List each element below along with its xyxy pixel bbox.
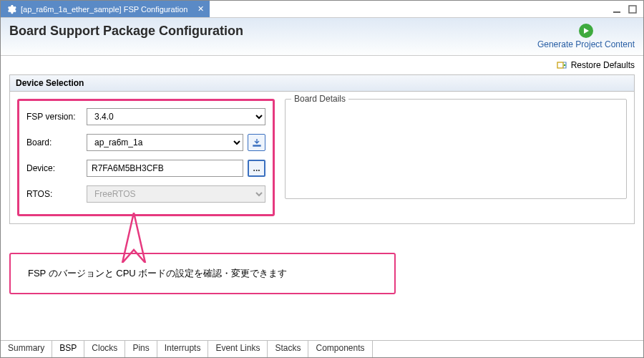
editor-tab-title: [ap_ra6m_1a_ether_sample] FSP Configurat… [21,5,187,14]
maximize-icon[interactable] [628,4,638,14]
play-icon [579,24,593,38]
svg-rect-1 [629,6,636,13]
fsp-version-label: FSP version: [26,112,87,122]
toolbar: Restore Defaults [1,56,643,74]
callout-text: FSP のバージョンと CPU ボードの設定を確認・変更できます [9,253,396,294]
minimize-icon[interactable] [612,4,622,14]
import-icon [252,137,262,147]
device-label: Device: [26,163,87,173]
bottom-tab-interrupts[interactable]: Interrupts [157,341,209,357]
bottom-tab-components[interactable]: Components [308,341,372,357]
close-icon[interactable]: ✕ [197,4,204,14]
restore-defaults-button[interactable]: Restore Defaults [557,60,635,70]
ellipsis-icon: ... [253,163,260,173]
fsp-version-row: FSP version: 3.4.0 [26,108,265,125]
callout: FSP のバージョンと CPU ボードの設定を確認・変更できます [9,253,635,294]
generate-label: Generate Project Content [537,39,635,49]
editor-tabbar: [ap_ra6m_1a_ether_sample] FSP Configurat… [1,1,643,18]
rtos-row: RTOS: FreeRTOS [26,185,265,203]
page-title: Board Support Package Configuration [9,24,243,39]
svg-point-3 [563,64,565,67]
app-window: [ap_ra6m_1a_ether_sample] FSP Configurat… [0,0,644,358]
page-header: Board Support Package Configuration Gene… [1,18,643,56]
form-highlight-box: FSP version: 3.4.0 Board: ap_ra6m_1a [17,99,275,216]
bottom-tab-event-links[interactable]: Event Links [208,341,268,357]
board-details-panel: Board Details [285,99,627,199]
rtos-select: FreeRTOS [87,185,265,203]
bottom-tabbar: SummaryBSPClocksPinsInterruptsEvent Link… [1,340,643,357]
content-area: Device Selection FSP version: 3.4.0 Boar… [1,74,643,340]
device-browse-button[interactable]: ... [248,160,265,177]
svg-rect-0 [613,11,620,13]
window-icons [612,4,643,14]
restore-defaults-label: Restore Defaults [571,60,635,70]
restore-icon [557,60,567,70]
device-input[interactable] [87,160,243,177]
board-browse-button[interactable] [248,134,265,151]
gear-icon [6,4,16,14]
device-selection-group: Device Selection FSP version: 3.4.0 Boar… [9,74,635,224]
rtos-label: RTOS: [26,189,87,199]
bottom-tab-clocks[interactable]: Clocks [84,341,125,357]
fsp-version-select[interactable]: 3.4.0 [87,108,265,125]
editor-tab-active[interactable]: [ap_ra6m_1a_ether_sample] FSP Configurat… [1,1,210,17]
device-selection-title: Device Selection [10,75,634,92]
board-row: Board: ap_ra6m_1a [26,134,265,151]
generate-project-content-button[interactable]: Generate Project Content [537,24,635,49]
bottom-tab-bsp[interactable]: BSP [52,341,84,357]
svg-rect-2 [557,62,563,68]
callout-pointer-icon [117,213,151,263]
bottom-tab-pins[interactable]: Pins [125,341,157,357]
board-select[interactable]: ap_ra6m_1a [87,134,243,151]
device-row: Device: ... [26,160,265,177]
board-label: Board: [26,137,87,147]
bottom-tab-stacks[interactable]: Stacks [268,341,308,357]
board-details-label: Board Details [291,94,348,104]
bottom-tab-summary[interactable]: Summary [1,341,52,357]
